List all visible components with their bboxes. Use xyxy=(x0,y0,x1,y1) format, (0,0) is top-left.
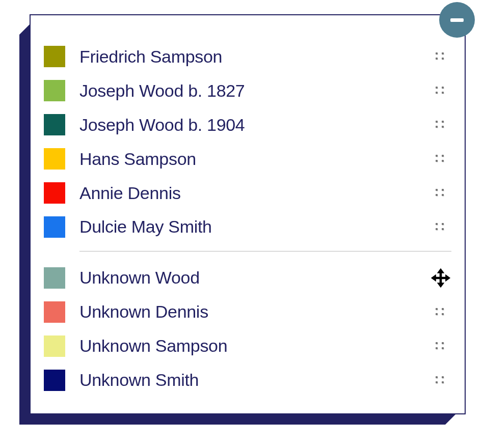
legend-item-friedrich-sampson-swatch xyxy=(44,46,65,67)
legend-item-hans-sampson-label: Hans Sampson xyxy=(79,149,430,169)
drag-grip-icon xyxy=(435,341,447,351)
legend-item-friedrich-sampson-drag-handle[interactable] xyxy=(430,46,451,67)
legend-item-annie-dennis[interactable]: Annie Dennis xyxy=(44,176,451,210)
legend-item-joseph-wood-1827-label: Joseph Wood b. 1827 xyxy=(79,81,430,101)
drag-grip-icon xyxy=(435,86,447,96)
legend-item-unknown-wood-drag-handle[interactable] xyxy=(430,267,451,289)
legend-item-annie-dennis-label: Annie Dennis xyxy=(79,183,430,203)
legend-item-joseph-wood-1827-swatch xyxy=(44,80,65,101)
legend-item-unknown-smith-label: Unknown Smith xyxy=(79,370,430,390)
legend-item-annie-dennis-swatch xyxy=(44,182,65,204)
drag-grip-icon xyxy=(435,188,447,198)
legend-item-unknown-sampson-swatch xyxy=(44,335,65,357)
legend-item-unknown-smith-drag-handle[interactable] xyxy=(430,370,451,391)
drag-grip-icon xyxy=(435,375,447,385)
drag-grip-icon xyxy=(435,120,447,130)
move-arrows-icon xyxy=(430,266,451,290)
legend-item-friedrich-sampson-label: Friedrich Sampson xyxy=(79,47,430,67)
drag-grip-icon xyxy=(435,154,447,164)
legend-item-unknown-wood-label: Unknown Wood xyxy=(79,268,430,288)
legend-item-dulcie-may-smith[interactable]: Dulcie May Smith xyxy=(44,210,451,244)
legend-item-hans-sampson-swatch xyxy=(44,148,65,170)
legend-item-unknown-dennis-drag-handle[interactable] xyxy=(430,301,451,323)
minus-icon xyxy=(450,18,464,22)
legend-item-friedrich-sampson[interactable]: Friedrich Sampson xyxy=(44,40,451,74)
drag-grip-icon xyxy=(435,307,447,317)
legend-panel: Friedrich SampsonJoseph Wood b. 1827Jose… xyxy=(30,14,466,414)
legend-item-joseph-wood-1904-drag-handle[interactable] xyxy=(430,114,451,135)
legend-item-unknown-smith-swatch xyxy=(44,370,65,391)
legend-item-unknown-wood-swatch xyxy=(44,267,65,289)
legend-item-unknown-smith[interactable]: Unknown Smith xyxy=(44,363,451,397)
legend-item-dulcie-may-smith-label: Dulcie May Smith xyxy=(79,217,430,237)
legend-item-unknown-sampson[interactable]: Unknown Sampson xyxy=(44,329,451,363)
legend-item-joseph-wood-1827-drag-handle[interactable] xyxy=(430,80,451,101)
legend-item-unknown-sampson-drag-handle[interactable] xyxy=(430,335,451,357)
legend-item-dulcie-may-smith-swatch xyxy=(44,216,65,238)
legend-item-annie-dennis-drag-handle[interactable] xyxy=(430,182,451,204)
legend-item-unknown-sampson-label: Unknown Sampson xyxy=(79,336,430,356)
legend-divider xyxy=(79,251,451,251)
legend-item-unknown-wood[interactable]: Unknown Wood xyxy=(44,261,451,295)
legend-item-dulcie-may-smith-drag-handle[interactable] xyxy=(430,216,451,238)
collapse-button[interactable] xyxy=(439,2,475,38)
legend-item-hans-sampson[interactable]: Hans Sampson xyxy=(44,142,451,176)
drag-grip-icon xyxy=(435,222,447,232)
drag-grip-icon xyxy=(435,51,447,62)
legend-item-unknown-dennis-label: Unknown Dennis xyxy=(79,302,430,322)
legend-item-joseph-wood-1904[interactable]: Joseph Wood b. 1904 xyxy=(44,108,451,142)
legend-item-joseph-wood-1904-label: Joseph Wood b. 1904 xyxy=(79,115,430,135)
legend-item-hans-sampson-drag-handle[interactable] xyxy=(430,148,451,170)
legend-item-unknown-dennis[interactable]: Unknown Dennis xyxy=(44,295,451,329)
legend-item-unknown-dennis-swatch xyxy=(44,301,65,323)
svg-marker-0 xyxy=(431,268,450,288)
legend-item-joseph-wood-1827[interactable]: Joseph Wood b. 1827 xyxy=(44,74,451,108)
legend-item-joseph-wood-1904-swatch xyxy=(44,114,65,135)
